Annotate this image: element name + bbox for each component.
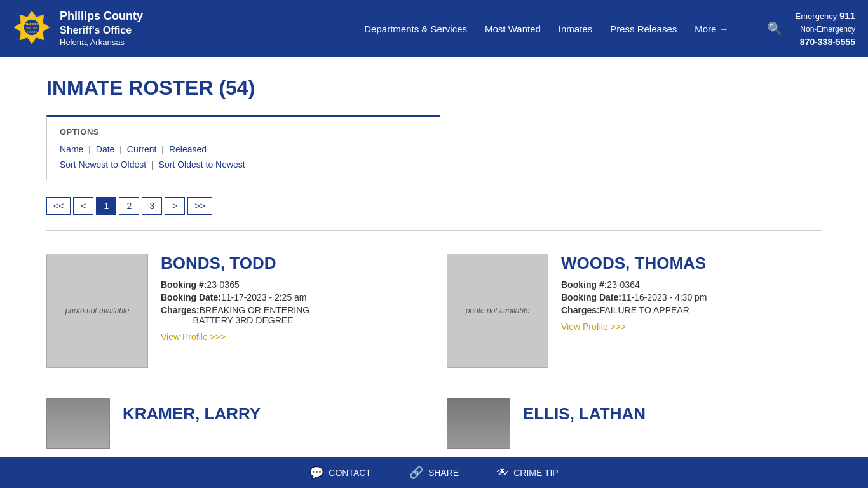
main-nav: Departments & Services Most Wanted Inmat… [364,24,728,34]
crime-tip-button[interactable]: 👁 CRIME TIP [497,466,559,475]
sort-links: Sort Newest to Oldest | Sort Oldest to N… [60,159,427,170]
page-last[interactable]: >> [187,197,212,215]
inmate-name-ellis: ELLIS, LATHAN [523,398,646,424]
sort-newest[interactable]: Sort Newest to Oldest [60,159,146,170]
inmate-charges-bonds: Charges:BREAKING OR ENTERING BATTERY 3RD… [161,305,421,325]
nav-departments[interactable]: Departments & Services [364,24,467,34]
divider-mid [46,381,822,381]
inmate-photo-woods: photo not available [447,254,548,368]
inmate-booking-date-woods: Booking Date:11-16-2023 - 4:30 pm [561,292,822,302]
inmate-row-1: photo not available BONDS, TODD Booking … [46,247,822,374]
svg-text:PHILLIPS: PHILLIPS [26,27,37,30]
filter-name[interactable]: Name [60,144,83,154]
page-title: INMATE ROSTER (54) [46,76,822,100]
nav-more[interactable]: More → [695,24,728,34]
filter-date[interactable]: Date [96,144,115,154]
nav-most-wanted[interactable]: Most Wanted [485,24,541,34]
org-location: Helena, Arkansas [60,37,143,48]
options-box: OPTIONS Name | Date | Current | Released… [46,115,440,180]
nav-press-releases[interactable]: Press Releases [610,24,677,34]
inmate-booking-num-bonds: Booking #:23-0365 [161,280,421,290]
filter-links: Name | Date | Current | Released [60,144,427,154]
emergency-info: Emergency 911 Non-Emergency 870-338-5555 [796,9,855,49]
page-next[interactable]: > [165,197,185,215]
logo-area: SHERIFF PHILLIPS COUNTY Phillips County … [13,9,143,48]
inmate-name-kramer: KRAMER, LARRY [123,398,261,424]
options-title: OPTIONS [60,127,427,137]
inmate-photo-kramer [46,398,110,449]
inmate-card-woods-thomas: photo not available WOODS, THOMAS Bookin… [447,247,822,374]
crime-tip-label: CRIME TIP [513,468,559,474]
inmate-info-bonds: BONDS, TODD Booking #:23-0365 Booking Da… [161,254,421,342]
inmate-card-kramer: KRAMER, LARRY [46,398,421,449]
pagination: << < 1 2 3 > >> [46,197,822,215]
svg-text:SHERIFF: SHERIFF [25,22,38,26]
page-prev[interactable]: < [73,197,93,215]
inmate-photo-ellis [447,398,510,449]
view-profile-bonds[interactable]: View Profile >>> [161,332,226,342]
org-title: Phillips County Sheriff's Office Helena,… [60,9,143,48]
page-3[interactable]: 3 [142,197,162,215]
inmate-name-bonds: BONDS, TODD [161,254,421,273]
bottom-bar: 💬 CONTACT 🔗 SHARE 👁 CRIME TIP [0,458,868,474]
contact-button[interactable]: 💬 CONTACT [309,466,371,474]
share-label: SHARE [428,468,459,474]
page-first[interactable]: << [46,197,71,215]
inmate-photo-bonds: photo not available [46,254,148,368]
org-name: Phillips County [60,9,143,24]
view-profile-woods[interactable]: View Profile >>> [561,322,626,332]
page-2[interactable]: 2 [119,197,139,215]
contact-icon: 💬 [309,466,323,474]
inmate-booking-num-woods: Booking #:23-0364 [561,280,822,290]
inmate-card-bonds-todd: photo not available BONDS, TODD Booking … [46,247,421,374]
page-1[interactable]: 1 [96,197,116,215]
site-header: SHERIFF PHILLIPS COUNTY Phillips County … [0,0,868,57]
svg-text:COUNTY: COUNTY [27,30,37,34]
inmate-booking-date-bonds: Booking Date:11-17-2023 - 2:25 am [161,292,421,302]
divider-top [46,230,822,231]
sheriff-badge-icon: SHERIFF PHILLIPS COUNTY [13,10,51,48]
sort-oldest[interactable]: Sort Oldest to Newest [159,159,245,170]
share-button[interactable]: 🔗 SHARE [409,466,459,474]
org-sub: Sheriff's Office [60,24,143,37]
filter-released[interactable]: Released [169,144,207,154]
inmate-name-woods: WOODS, THOMAS [561,254,822,273]
share-icon: 🔗 [409,466,423,474]
filter-current[interactable]: Current [127,144,157,154]
more-arrow-icon: → [719,24,729,34]
nav-inmates[interactable]: Inmates [559,24,592,34]
inmate-charges-woods: Charges:FAILURE TO APPEAR [561,305,822,315]
main-content: INMATE ROSTER (54) OPTIONS Name | Date |… [21,57,847,474]
search-button[interactable]: 🔍 [767,21,783,36]
inmate-card-ellis: ELLIS, LATHAN [447,398,822,449]
contact-label: CONTACT [329,468,371,474]
inmate-row-2-partial: KRAMER, LARRY ELLIS, LATHAN [46,398,822,449]
crime-tip-icon: 👁 [497,466,508,475]
inmate-info-woods: WOODS, THOMAS Booking #:23-0364 Booking … [561,254,822,332]
